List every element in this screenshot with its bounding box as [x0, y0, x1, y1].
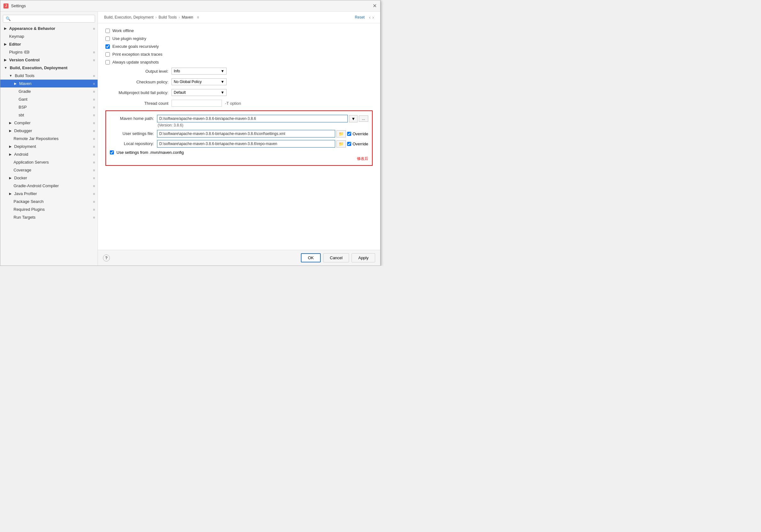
sbt-settings-icon: ≡ [93, 113, 95, 117]
sidebar-item-bsp[interactable]: BSP ≡ [0, 103, 97, 111]
sidebar-item-editor[interactable]: ▶Editor [0, 40, 97, 48]
settings-window: J Settings ✕ 🔍 ▶Appearance & Behavior ≡ … [0, 0, 380, 266]
sidebar-item-remote-jar[interactable]: Remote Jar Repositories ≡ [0, 134, 97, 142]
sidebar-item-sbt[interactable]: sbt ≡ [0, 111, 97, 119]
breadcrumb-sep2: › [179, 15, 180, 20]
gradle-settings-icon: ≡ [93, 90, 95, 93]
bsp-settings-icon: ≡ [93, 105, 95, 109]
maven-home-input-group: ▼ ... (Version: 3.8.6) [157, 115, 368, 128]
breadcrumb-settings-icon[interactable]: ≡ [197, 15, 199, 20]
search-input[interactable] [12, 17, 92, 21]
use-settings-label[interactable]: Use settings from .mvn/maven.config [116, 150, 184, 155]
print-exceptions-checkbox[interactable] [105, 52, 110, 57]
sidebar-item-run-targets[interactable]: Run Targets ≡ [0, 213, 97, 221]
coverage-settings-icon: ≡ [93, 168, 95, 172]
package-search-settings-icon: ≡ [93, 200, 95, 203]
sidebar-item-build-tools[interactable]: ▼Build Tools ≡ [0, 72, 97, 80]
breadcrumb-part2[interactable]: Build Tools [159, 15, 177, 20]
local-repo-browse-btn[interactable]: 📁 [336, 140, 346, 147]
user-settings-override-label[interactable]: Override [352, 132, 368, 136]
reset-button[interactable]: Reset [355, 15, 365, 20]
sidebar-item-keymap[interactable]: Keymap [0, 32, 97, 40]
footer-buttons: OK Cancel Apply [301, 253, 375, 262]
local-repo-override-checkbox[interactable] [347, 142, 351, 146]
multiproject-policy-row: Multiproject build fail policy: Default … [105, 89, 373, 96]
sidebar-item-gradle-android[interactable]: Gradle-Android Compiler ≡ [0, 182, 97, 190]
sidebar-item-compiler[interactable]: ▶Compiler ≡ [0, 119, 97, 127]
use-plugin-checkbox[interactable] [105, 36, 110, 41]
work-offline-label[interactable]: Work offline [112, 28, 134, 33]
sidebar-item-debugger[interactable]: ▶Debugger ≡ [0, 127, 97, 134]
nav-back-button[interactable]: ‹ [369, 15, 371, 20]
local-repo-override-label[interactable]: Override [352, 141, 368, 146]
sidebar-item-appearance[interactable]: ▶Appearance & Behavior ≡ [0, 25, 97, 32]
output-level-label: Output level: [105, 69, 168, 74]
ok-button[interactable]: OK [301, 253, 321, 262]
checksum-policy-dropdown[interactable]: No Global Policy ▼ [172, 78, 227, 85]
close-button[interactable]: ✕ [372, 3, 377, 9]
android-settings-icon: ≡ [93, 153, 95, 156]
print-exceptions-label[interactable]: Print exception stack traces [112, 52, 162, 57]
sidebar-item-docker[interactable]: ▶Docker ≡ [0, 174, 97, 182]
output-level-dropdown[interactable]: Info ▼ [172, 68, 227, 75]
apply-button[interactable]: Apply [352, 253, 375, 262]
sidebar-item-java-profiler[interactable]: ▶Java Profiler ≡ [0, 190, 97, 197]
maven-home-input[interactable] [157, 115, 348, 122]
thread-count-label: Thread count [105, 101, 168, 106]
sidebar-item-version-control[interactable]: ▶Version Control ≡ [0, 56, 97, 64]
execute-goals-label[interactable]: Execute goals recursively [112, 44, 159, 49]
app-icon: J [3, 3, 9, 9]
compiler-settings-icon: ≡ [93, 121, 95, 125]
sidebar-item-build-exec[interactable]: ▼Build, Execution, Deployment [0, 64, 97, 72]
maven-home-label: Maven home path: [110, 115, 154, 121]
execute-goals-row: Execute goals recursively [105, 44, 373, 49]
maven-home-row: Maven home path: ▼ ... (Version: 3.8.6) [110, 115, 368, 128]
docker-settings-icon: ≡ [93, 176, 95, 180]
always-snapshots-checkbox[interactable] [105, 60, 110, 65]
sidebar-item-gant[interactable]: Gant ≡ [0, 95, 97, 103]
use-settings-row: Use settings from .mvn/maven.config [110, 150, 368, 155]
checksum-policy-row: Checksum policy: No Global Policy ▼ [105, 78, 373, 85]
sidebar-item-gradle[interactable]: Gradle ≡ [0, 87, 97, 95]
breadcrumb-part3: Maven [182, 15, 193, 20]
checksum-policy-arrow: ▼ [221, 80, 224, 84]
sidebar-item-coverage[interactable]: Coverage ≡ [0, 166, 97, 174]
debugger-settings-icon: ≡ [93, 129, 95, 133]
app-servers-settings-icon: ≡ [93, 160, 95, 164]
work-offline-checkbox[interactable] [105, 28, 110, 33]
use-plugin-label[interactable]: Use plugin registry [112, 36, 146, 41]
maven-home-browse-btn[interactable]: ... [359, 116, 368, 122]
sidebar-item-plugins[interactable]: Plugins 2 ≡ [0, 48, 97, 56]
sidebar-item-deployment[interactable]: ▶Deployment ≡ [0, 142, 97, 150]
always-snapshots-label[interactable]: Always update snapshots [112, 60, 159, 65]
user-settings-override-checkbox[interactable] [347, 132, 351, 136]
thread-count-input[interactable] [172, 100, 222, 107]
sidebar-item-android[interactable]: ▶Android ≡ [0, 150, 97, 158]
titlebar: J Settings ✕ [0, 0, 380, 12]
sidebar-item-package-search[interactable]: Package Search ≡ [0, 197, 97, 205]
local-repo-input[interactable] [157, 140, 335, 147]
execute-goals-checkbox[interactable] [105, 44, 110, 49]
checksum-policy-control: No Global Policy ▼ [172, 78, 227, 85]
gradle-android-settings-icon: ≡ [93, 184, 95, 188]
sidebar-item-maven[interactable]: ▶Maven ≡ [0, 80, 97, 87]
nav-forward-button[interactable]: › [372, 15, 374, 20]
maven-home-arrow[interactable]: ▼ [349, 115, 358, 122]
user-settings-browse-btn[interactable]: 📁 [336, 130, 346, 137]
settings-content: Work offline Use plugin registry Execute… [98, 23, 380, 250]
required-plugins-settings-icon: ≡ [93, 208, 95, 211]
user-settings-input[interactable] [157, 130, 335, 137]
help-button[interactable]: ? [103, 254, 110, 261]
output-level-control: Info ▼ [172, 68, 227, 75]
multiproject-policy-control: Default ▼ [172, 89, 227, 96]
main-panel: Build, Execution, Deployment › Build Too… [98, 12, 380, 266]
maven-version-text: (Version: 3.8.6) [157, 123, 368, 128]
breadcrumb-part1[interactable]: Build, Execution, Deployment [104, 15, 153, 20]
cancel-button[interactable]: Cancel [323, 253, 349, 262]
use-settings-checkbox[interactable] [110, 150, 114, 154]
sidebar-item-required-plugins[interactable]: Required Plugins ≡ [0, 205, 97, 213]
multiproject-policy-dropdown[interactable]: Default ▼ [172, 89, 227, 96]
search-box[interactable]: 🔍 [3, 15, 95, 23]
always-snapshots-row: Always update snapshots [105, 60, 373, 65]
sidebar-item-app-servers[interactable]: Application Servers ≡ [0, 158, 97, 166]
